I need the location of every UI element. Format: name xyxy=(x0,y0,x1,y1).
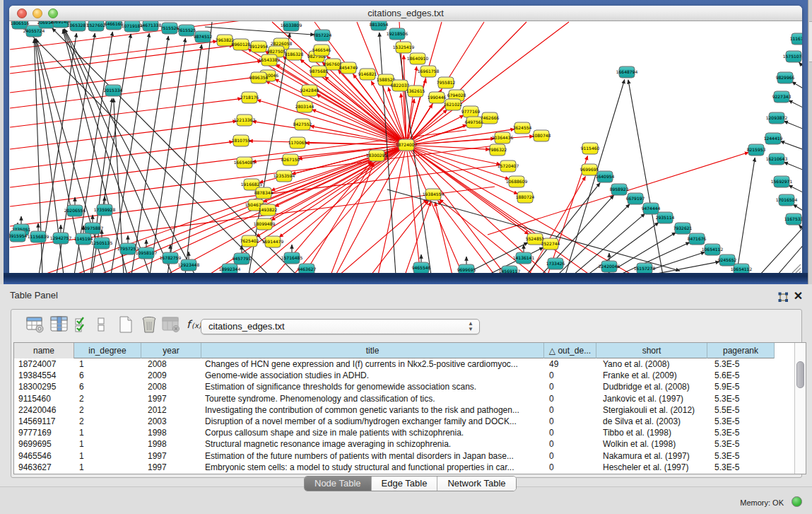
tab-edge-table[interactable]: Edge Table xyxy=(372,477,438,491)
table-row[interactable]: 911546021997Tourette syndrome. Phenomeno… xyxy=(14,393,794,404)
graph-node[interactable]: 8454749 xyxy=(339,62,358,74)
network-window-titlebar[interactable]: citations_edges.txt xyxy=(9,6,802,21)
table-row[interactable]: 2242004622012Investigating the contribut… xyxy=(14,404,794,416)
column-header-short[interactable]: short xyxy=(596,343,707,358)
graph-node[interactable]: 19384554 xyxy=(423,189,445,200)
graph-node[interactable]: 1244419 xyxy=(764,133,783,144)
graph-node[interactable]: 19218506 xyxy=(387,28,408,40)
graph-node[interactable]: 16654085 xyxy=(234,157,256,168)
graph-node[interactable]: 16210643 xyxy=(766,153,788,165)
graph-node[interactable]: 14671338 xyxy=(140,21,162,31)
graph-node[interactable]: 7932621 xyxy=(673,223,693,234)
graph-node[interactable]: 15325419 xyxy=(393,42,415,53)
tab-node-table[interactable]: Node Table xyxy=(305,477,372,491)
unselect-all-icon[interactable] xyxy=(96,315,107,337)
graph-node[interactable]: 11156839 xyxy=(28,231,49,243)
table-row[interactable]: 1830029562008Estimation of significance … xyxy=(14,381,794,392)
graph-node[interactable]: 9874512 xyxy=(194,31,213,42)
table-row[interactable]: 977716911998Corpus callosum shape and si… xyxy=(14,427,794,438)
graph-node[interactable]: 7625402 xyxy=(240,235,259,247)
table-row[interactable]: 1938455462009Genome-wide association stu… xyxy=(14,370,794,381)
table-selector-combobox[interactable]: citations_edges.txt ▲▼ xyxy=(201,319,480,334)
graph-node[interactable]: 7515526 xyxy=(160,23,180,34)
graph-node[interactable]: 2522744 xyxy=(541,238,560,250)
column-header-out_de[interactable]: △ out_de... xyxy=(544,343,596,358)
graph-node[interactable]: 8912954 xyxy=(249,41,269,52)
graph-node[interactable]: 9465546 xyxy=(412,262,431,274)
graph-node[interactable]: 8186328 xyxy=(285,49,304,60)
graph-node[interactable]: 20364436 xyxy=(492,132,514,144)
graph-node[interactable]: 9457791 xyxy=(233,253,252,264)
graph-node[interactable]: 9829966 xyxy=(776,72,795,83)
graph-node[interactable]: 10653287 xyxy=(67,21,89,31)
table-row[interactable]: 969969511998Structural magnetic resonanc… xyxy=(14,438,794,450)
graph-node[interactable]: 17359928 xyxy=(94,204,116,216)
graph-node[interactable]: 9146821 xyxy=(358,69,377,80)
graph-node[interactable]: 12353594 xyxy=(273,170,295,182)
graph-node[interactable]: 9474444 xyxy=(642,203,661,214)
graph-node[interactable]: 12505135 xyxy=(91,238,113,249)
table-vertical-scrollbar[interactable] xyxy=(794,343,806,474)
graph-node[interactable]: 1493822 xyxy=(259,204,278,216)
delete-table-icon[interactable] xyxy=(140,315,158,337)
graph-node[interactable]: 8427552 xyxy=(293,119,312,130)
graph-node[interactable]: 18099489 xyxy=(254,218,276,230)
graph-node[interactable]: 15692971 xyxy=(771,176,793,187)
graph-node[interactable]: 10654112 xyxy=(702,244,724,255)
graph-node[interactable]: 2935114 xyxy=(656,212,675,223)
graph-node[interactable]: 1733426 xyxy=(546,258,565,269)
graph-node[interactable]: 3624554 xyxy=(513,122,532,134)
graph-node[interactable]: 2803144 xyxy=(295,101,314,112)
close-panel-icon[interactable]: ✕ xyxy=(792,290,804,302)
graph-node[interactable]: 15720407 xyxy=(498,160,519,172)
network-canvas[interactable]: 1872400718300295193845541806516240557242… xyxy=(9,21,802,274)
graph-node[interactable]: 9227343 xyxy=(772,91,792,103)
graph-node[interactable]: 3915954 xyxy=(9,230,28,242)
column-header-year[interactable]: year xyxy=(141,343,201,358)
graph-node[interactable]: 1145194 xyxy=(74,233,93,245)
graph-node[interactable]: 16961758 xyxy=(418,66,440,77)
graph-node[interactable]: 7986322 xyxy=(488,144,507,156)
graph-node[interactable]: 10975887 xyxy=(82,223,104,234)
float-panel-icon[interactable] xyxy=(777,291,789,303)
graph-node[interactable]: 18300295 xyxy=(366,150,388,161)
graph-node[interactable]: 9777169 xyxy=(461,106,481,117)
table-row[interactable]: 946362711997Embryonic stem cells: a mode… xyxy=(14,462,794,473)
graph-node[interactable]: 1527602 xyxy=(87,21,106,31)
graph-node[interactable]: 1080748 xyxy=(532,130,551,141)
tab-network-table[interactable]: Network Table xyxy=(437,477,515,491)
column-header-name[interactable]: name xyxy=(14,343,74,358)
table-settings-icon[interactable] xyxy=(25,315,45,337)
graph-node[interactable]: 8267150 xyxy=(281,154,300,165)
graph-node[interactable]: 7955812 xyxy=(437,77,456,88)
graph-node[interactable]: 1167533 xyxy=(784,214,802,225)
table-row[interactable]: 946554611997Estimation of the future num… xyxy=(14,450,794,462)
graph-node[interactable]: 1621022 xyxy=(444,99,463,110)
graph-node[interactable]: 8960128 xyxy=(232,39,251,50)
graph-node[interactable]: 2015334 xyxy=(104,85,123,96)
graph-node[interactable]: 1170065 xyxy=(288,137,307,148)
select-all-icon[interactable] xyxy=(73,315,90,337)
graph-node[interactable]: 9245652 xyxy=(718,255,737,266)
graph-node[interactable]: 8878344 xyxy=(254,187,273,199)
table-row[interactable]: 1872400712008Changes of HCN gene express… xyxy=(14,358,794,370)
window-resize-handle[interactable] xyxy=(789,262,801,273)
graph-node[interactable]: 9896354 xyxy=(249,72,269,83)
graph-node[interactable]: 10688609 xyxy=(506,176,528,187)
graph-node[interactable]: 8215953 xyxy=(747,144,766,156)
graph-node[interactable]: 14136141 xyxy=(513,252,535,264)
show-columns-icon[interactable] xyxy=(49,315,69,337)
graph-node[interactable]: 8813054 xyxy=(370,21,389,30)
graph-node[interactable]: 16543382 xyxy=(259,54,281,66)
graph-node[interactable]: 16914479 xyxy=(262,236,284,247)
graph-node[interactable]: 15716485 xyxy=(281,252,303,264)
graph-node[interactable]: 1116753 xyxy=(790,33,802,45)
graph-node[interactable]: 1880724 xyxy=(516,192,535,203)
table-row[interactable]: 1456911722003Disruption of a novel membe… xyxy=(14,416,794,427)
graph-node[interactable]: 12213363 xyxy=(234,115,256,126)
graph-node[interactable]: 22420046 xyxy=(599,261,620,272)
graph-node[interactable]: 6679197 xyxy=(626,193,645,204)
graph-node[interactable]: 1640954 xyxy=(596,171,615,182)
graph-node[interactable]: 1810755 xyxy=(232,135,251,146)
graph-node[interactable]: 10958107 xyxy=(136,247,158,259)
